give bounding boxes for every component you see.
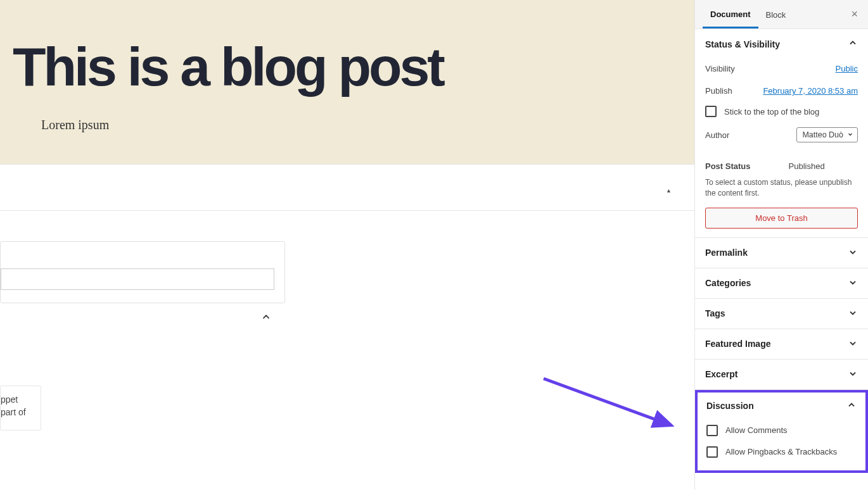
panel-header-featured-image[interactable]: Featured Image — [705, 338, 858, 350]
panel-header-permalink[interactable]: Permalink — [705, 247, 858, 259]
post-title[interactable]: This is a blog post — [13, 38, 682, 95]
panel-title: Status & Visibility — [705, 39, 780, 49]
checkbox[interactable] — [706, 446, 718, 458]
stick-checkbox-row[interactable]: Stick to the top of the blog — [705, 102, 858, 121]
content-area: ▲ ppet part of — [0, 164, 694, 430]
visibility-link[interactable]: Public — [836, 64, 858, 73]
allow-pingbacks-label: Allow Pingbacks & Trackbacks — [725, 447, 837, 456]
panel-title: Permalink — [705, 248, 748, 258]
author-label: Author — [705, 130, 729, 140]
move-to-trash-button[interactable]: Move to Trash — [705, 208, 858, 229]
tab-document[interactable]: Document — [703, 1, 758, 28]
meta-input-field[interactable] — [1, 268, 274, 290]
chevron-down-icon — [848, 277, 858, 289]
panel-title: Discussion — [706, 401, 754, 411]
panel-title: Featured Image — [705, 339, 770, 349]
chevron-down-icon — [847, 131, 853, 139]
meta-box[interactable] — [0, 241, 285, 303]
allow-comments-row[interactable]: Allow Comments — [706, 420, 857, 441]
allow-pingbacks-row[interactable]: Allow Pingbacks & Trackbacks — [706, 441, 857, 463]
panel-featured-image: Featured Image — [695, 329, 868, 360]
panel-header-tags[interactable]: Tags — [705, 308, 858, 320]
panel-categories: Categories — [695, 268, 868, 299]
panel-header-categories[interactable]: Categories — [705, 277, 858, 289]
post-status-value: Published — [789, 161, 825, 171]
author-value: Matteo Duò — [802, 130, 843, 139]
checkbox[interactable] — [706, 425, 718, 436]
publish-date-link[interactable]: February 7, 2020 8:53 am — [763, 86, 858, 96]
post-hero: This is a blog post Lorem ipsum — [0, 0, 694, 164]
panel-title: Categories — [705, 278, 751, 288]
allow-comments-label: Allow Comments — [725, 425, 788, 435]
panel-discussion: Discussion Allow Comments Allow Pingback… — [695, 390, 868, 473]
publish-label: Publish — [705, 86, 732, 96]
chevron-down-icon — [848, 247, 858, 259]
truncated-text-line: ppet — [1, 394, 34, 406]
panel-header-status[interactable]: Status & Visibility — [705, 38, 858, 50]
sidebar-tabs: Document Block × — [695, 0, 868, 29]
chevron-down-icon — [848, 308, 858, 320]
chevron-down-icon — [848, 368, 858, 380]
panel-tags: Tags — [695, 299, 868, 329]
post-status-label: Post Status — [705, 161, 751, 171]
tab-block[interactable]: Block — [758, 1, 794, 27]
visibility-label: Visibility — [705, 64, 735, 73]
collapse-icon[interactable]: ▲ — [666, 187, 672, 194]
status-note: To select a custom status, please unpubl… — [705, 177, 858, 199]
panel-permalink: Permalink — [695, 238, 868, 268]
checkbox[interactable] — [705, 106, 717, 117]
stick-label: Stick to the top of the blog — [724, 107, 819, 116]
post-content[interactable]: Lorem ipsum — [41, 118, 682, 132]
truncated-text-line: part of — [1, 406, 34, 419]
close-icon[interactable]: × — [848, 5, 860, 23]
author-select[interactable]: Matteo Duò — [796, 127, 858, 142]
panel-header-excerpt[interactable]: Excerpt — [705, 368, 858, 380]
divider — [0, 210, 694, 211]
panel-status-visibility: Status & Visibility Visibility Public Pu… — [695, 29, 868, 238]
chevron-up-icon[interactable] — [260, 311, 272, 325]
chevron-down-icon — [848, 338, 858, 350]
chevron-up-icon — [846, 400, 857, 412]
settings-sidebar: Document Block × Status & Visibility Vis… — [694, 0, 868, 490]
panel-title: Excerpt — [705, 369, 737, 379]
panel-header-discussion[interactable]: Discussion — [706, 400, 857, 412]
panel-excerpt: Excerpt — [695, 360, 868, 390]
editor-main-area: This is a blog post Lorem ipsum ▲ ppet p… — [0, 0, 694, 490]
chevron-up-icon — [848, 38, 858, 50]
truncated-panel: ppet part of — [0, 386, 41, 430]
panel-title: Tags — [705, 308, 725, 318]
